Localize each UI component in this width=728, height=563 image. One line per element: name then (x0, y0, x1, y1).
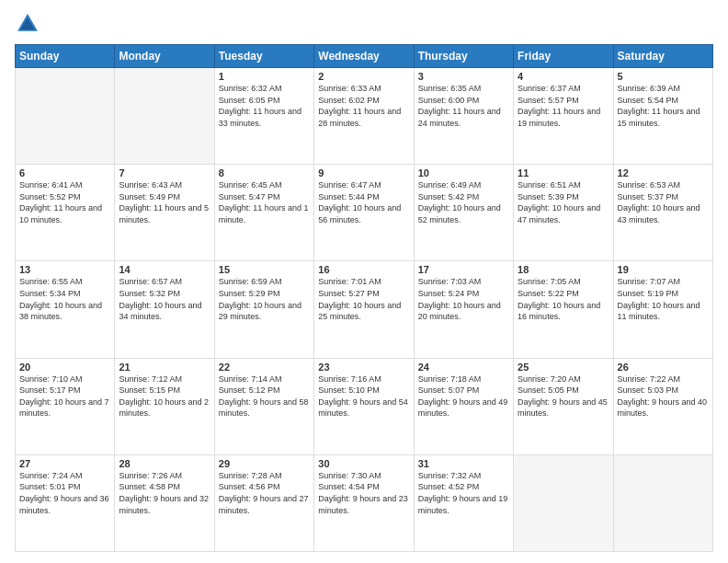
day-number: 7 (119, 167, 210, 178)
calendar-cell: 18Sunrise: 7:05 AM Sunset: 5:22 PM Dayli… (514, 261, 613, 358)
day-number: 16 (318, 264, 409, 275)
day-info: Sunrise: 7:18 AM Sunset: 5:07 PM Dayligh… (418, 373, 509, 419)
calendar-cell: 2Sunrise: 6:33 AM Sunset: 6:02 PM Daylig… (314, 68, 414, 165)
day-info: Sunrise: 7:14 AM Sunset: 5:12 PM Dayligh… (219, 373, 310, 419)
day-number: 23 (318, 362, 409, 373)
day-info: Sunrise: 6:43 AM Sunset: 5:49 PM Dayligh… (119, 179, 210, 225)
day-info: Sunrise: 6:55 AM Sunset: 5:34 PM Dayligh… (19, 276, 110, 322)
day-info: Sunrise: 6:45 AM Sunset: 5:47 PM Dayligh… (219, 179, 310, 225)
weekday-header: Tuesday (214, 45, 313, 68)
day-info: Sunrise: 6:51 AM Sunset: 5:39 PM Dayligh… (518, 179, 609, 225)
calendar-cell: 13Sunrise: 6:55 AM Sunset: 5:34 PM Dayli… (16, 261, 115, 358)
calendar-cell: 14Sunrise: 6:57 AM Sunset: 5:32 PM Dayli… (115, 261, 214, 358)
day-number: 11 (518, 167, 609, 178)
day-number: 19 (618, 264, 709, 275)
day-number: 17 (418, 264, 509, 275)
calendar-cell: 22Sunrise: 7:14 AM Sunset: 5:12 PM Dayli… (214, 358, 313, 454)
day-number: 28 (119, 458, 210, 469)
calendar-cell: 19Sunrise: 7:07 AM Sunset: 5:19 PM Dayli… (613, 261, 712, 358)
calendar-cell: 15Sunrise: 6:59 AM Sunset: 5:29 PM Dayli… (214, 261, 313, 358)
calendar-cell: 29Sunrise: 7:28 AM Sunset: 4:56 PM Dayli… (214, 454, 313, 551)
header-row: SundayMondayTuesdayWednesdayThursdayFrid… (16, 45, 713, 68)
day-info: Sunrise: 7:20 AM Sunset: 5:05 PM Dayligh… (518, 373, 609, 419)
calendar-cell: 21Sunrise: 7:12 AM Sunset: 5:15 PM Dayli… (115, 358, 214, 454)
day-number: 8 (219, 167, 310, 178)
day-number: 10 (418, 167, 509, 178)
day-number: 3 (418, 71, 509, 82)
day-info: Sunrise: 6:49 AM Sunset: 5:42 PM Dayligh… (418, 179, 509, 225)
day-info: Sunrise: 7:03 AM Sunset: 5:24 PM Dayligh… (418, 276, 509, 322)
day-info: Sunrise: 7:26 AM Sunset: 4:58 PM Dayligh… (119, 470, 210, 516)
calendar-cell: 20Sunrise: 7:10 AM Sunset: 5:17 PM Dayli… (16, 358, 115, 454)
day-info: Sunrise: 6:53 AM Sunset: 5:37 PM Dayligh… (618, 179, 709, 225)
calendar-table: SundayMondayTuesdayWednesdayThursdayFrid… (15, 44, 713, 552)
calendar-cell: 6Sunrise: 6:41 AM Sunset: 5:52 PM Daylig… (16, 165, 115, 261)
calendar-cell: 16Sunrise: 7:01 AM Sunset: 5:27 PM Dayli… (314, 261, 414, 358)
day-number: 12 (618, 167, 709, 178)
header (15, 11, 713, 37)
logo (15, 11, 44, 37)
week-row: 20Sunrise: 7:10 AM Sunset: 5:17 PM Dayli… (16, 358, 713, 454)
day-number: 4 (518, 71, 609, 82)
day-info: Sunrise: 7:16 AM Sunset: 5:10 PM Dayligh… (318, 373, 409, 419)
day-number: 6 (19, 167, 110, 178)
calendar-cell: 26Sunrise: 7:22 AM Sunset: 5:03 PM Dayli… (613, 358, 712, 454)
day-number: 21 (119, 362, 210, 373)
day-info: Sunrise: 6:35 AM Sunset: 6:00 PM Dayligh… (418, 83, 509, 129)
week-row: 1Sunrise: 6:32 AM Sunset: 6:05 PM Daylig… (16, 68, 713, 165)
weekday-header: Wednesday (314, 45, 414, 68)
calendar-cell (16, 68, 115, 165)
day-info: Sunrise: 6:59 AM Sunset: 5:29 PM Dayligh… (219, 276, 310, 322)
day-number: 27 (19, 458, 110, 469)
day-number: 13 (19, 264, 110, 275)
day-info: Sunrise: 6:37 AM Sunset: 5:57 PM Dayligh… (518, 83, 609, 129)
day-number: 24 (418, 362, 509, 373)
day-info: Sunrise: 6:41 AM Sunset: 5:52 PM Dayligh… (19, 179, 110, 225)
week-row: 27Sunrise: 7:24 AM Sunset: 5:01 PM Dayli… (16, 454, 713, 551)
calendar-cell: 7Sunrise: 6:43 AM Sunset: 5:49 PM Daylig… (115, 165, 214, 261)
day-number: 31 (418, 458, 509, 469)
weekday-header: Thursday (414, 45, 513, 68)
day-info: Sunrise: 7:05 AM Sunset: 5:22 PM Dayligh… (518, 276, 609, 322)
calendar-cell (115, 68, 214, 165)
weekday-header: Monday (115, 45, 214, 68)
day-number: 15 (219, 264, 310, 275)
calendar-cell: 12Sunrise: 6:53 AM Sunset: 5:37 PM Dayli… (613, 165, 712, 261)
day-info: Sunrise: 7:07 AM Sunset: 5:19 PM Dayligh… (618, 276, 709, 322)
day-number: 26 (618, 362, 709, 373)
calendar-cell: 30Sunrise: 7:30 AM Sunset: 4:54 PM Dayli… (314, 454, 414, 551)
calendar-cell: 31Sunrise: 7:32 AM Sunset: 4:52 PM Dayli… (414, 454, 513, 551)
week-row: 13Sunrise: 6:55 AM Sunset: 5:34 PM Dayli… (16, 261, 713, 358)
day-info: Sunrise: 6:33 AM Sunset: 6:02 PM Dayligh… (318, 83, 409, 129)
logo-icon (15, 11, 40, 37)
calendar-cell: 1Sunrise: 6:32 AM Sunset: 6:05 PM Daylig… (214, 68, 313, 165)
calendar-cell (613, 454, 712, 551)
day-info: Sunrise: 7:10 AM Sunset: 5:17 PM Dayligh… (19, 373, 110, 419)
calendar-cell: 3Sunrise: 6:35 AM Sunset: 6:00 PM Daylig… (414, 68, 513, 165)
calendar-cell: 4Sunrise: 6:37 AM Sunset: 5:57 PM Daylig… (514, 68, 613, 165)
calendar-cell: 27Sunrise: 7:24 AM Sunset: 5:01 PM Dayli… (16, 454, 115, 551)
day-info: Sunrise: 7:12 AM Sunset: 5:15 PM Dayligh… (119, 373, 210, 419)
day-number: 18 (518, 264, 609, 275)
day-info: Sunrise: 7:24 AM Sunset: 5:01 PM Dayligh… (19, 470, 110, 516)
day-number: 9 (318, 167, 409, 178)
calendar-cell: 9Sunrise: 6:47 AM Sunset: 5:44 PM Daylig… (314, 165, 414, 261)
day-number: 25 (518, 362, 609, 373)
weekday-header: Sunday (16, 45, 115, 68)
calendar-cell: 23Sunrise: 7:16 AM Sunset: 5:10 PM Dayli… (314, 358, 414, 454)
day-number: 29 (219, 458, 310, 469)
calendar-cell: 10Sunrise: 6:49 AM Sunset: 5:42 PM Dayli… (414, 165, 513, 261)
day-info: Sunrise: 6:57 AM Sunset: 5:32 PM Dayligh… (119, 276, 210, 322)
day-info: Sunrise: 6:39 AM Sunset: 5:54 PM Dayligh… (618, 83, 709, 129)
day-number: 14 (119, 264, 210, 275)
day-number: 20 (19, 362, 110, 373)
calendar-cell: 5Sunrise: 6:39 AM Sunset: 5:54 PM Daylig… (613, 68, 712, 165)
day-info: Sunrise: 7:32 AM Sunset: 4:52 PM Dayligh… (418, 470, 509, 516)
week-row: 6Sunrise: 6:41 AM Sunset: 5:52 PM Daylig… (16, 165, 713, 261)
day-info: Sunrise: 7:22 AM Sunset: 5:03 PM Dayligh… (618, 373, 709, 419)
day-number: 22 (219, 362, 310, 373)
day-number: 2 (318, 71, 409, 82)
calendar-cell: 17Sunrise: 7:03 AM Sunset: 5:24 PM Dayli… (414, 261, 513, 358)
day-info: Sunrise: 7:01 AM Sunset: 5:27 PM Dayligh… (318, 276, 409, 322)
day-info: Sunrise: 7:30 AM Sunset: 4:54 PM Dayligh… (318, 470, 409, 516)
